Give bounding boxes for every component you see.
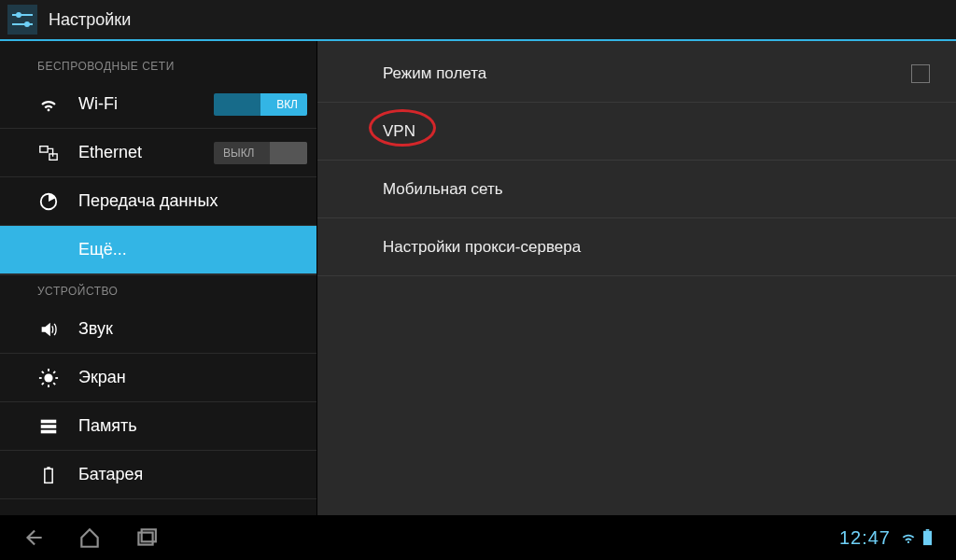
svg-rect-24 [923, 531, 932, 545]
storage-icon [37, 415, 60, 438]
app-root: Настройки БЕСПРОВОДНЫЕ СЕТИ Wi-Fi ВКЛ Et… [0, 0, 956, 560]
display-icon [37, 367, 60, 389]
nav-buttons [7, 523, 161, 553]
sidebar-item-label: Звук [78, 319, 307, 339]
recents-button[interactable] [131, 523, 161, 553]
content-item-label: VPN [383, 122, 415, 141]
svg-point-8 [44, 373, 52, 382]
svg-rect-17 [41, 419, 57, 423]
wifi-status-icon [900, 529, 917, 546]
status-clock: 12:47 [839, 527, 891, 549]
svg-rect-5 [40, 146, 48, 151]
settings-app-icon [7, 5, 37, 35]
content-item-mobile-network[interactable]: Мобильная сеть [317, 161, 956, 218]
svg-rect-18 [41, 425, 57, 428]
sidebar-item-storage[interactable]: Память [0, 402, 316, 451]
sidebar-item-data-usage[interactable]: Передача данных [0, 177, 316, 226]
system-nav-bar: 12:47 [0, 515, 956, 560]
content-item-label: Режим полета [383, 64, 486, 83]
svg-line-14 [53, 383, 55, 385]
svg-line-16 [53, 371, 55, 372]
sidebar-item-label: Ethernet [78, 143, 214, 162]
sidebar-item-label: Передача данных [78, 191, 307, 211]
sidebar: БЕСПРОВОДНЫЕ СЕТИ Wi-Fi ВКЛ Ethernet ВЫК… [0, 41, 317, 515]
action-bar: Настройки [0, 0, 956, 41]
svg-rect-19 [41, 429, 57, 433]
ethernet-toggle[interactable]: ВЫКЛ [214, 142, 307, 164]
content-item-label: Настройки прокси-сервера [383, 238, 581, 257]
content-item-airplane[interactable]: Режим полета [317, 45, 956, 103]
action-bar-title: Настройки [49, 10, 131, 30]
sidebar-item-ethernet[interactable]: Ethernet ВЫКЛ [0, 129, 316, 177]
content-item-label: Мобильная сеть [383, 180, 503, 199]
toggle-text: ВКЛ [276, 98, 298, 111]
svg-rect-25 [926, 529, 930, 531]
battery-status-icon [922, 529, 939, 546]
sidebar-item-wifi[interactable]: Wi-Fi ВКЛ [0, 80, 316, 129]
svg-line-13 [42, 371, 44, 372]
sidebar-item-label: Память [78, 416, 307, 436]
wifi-icon [37, 93, 60, 116]
body: БЕСПРОВОДНЫЕ СЕТИ Wi-Fi ВКЛ Ethernet ВЫК… [0, 41, 956, 515]
sidebar-item-sound[interactable]: Звук [0, 305, 316, 354]
svg-point-3 [16, 12, 21, 18]
status-area[interactable]: 12:47 [839, 527, 949, 549]
sidebar-item-label: Ещё... [78, 240, 307, 259]
content-panel: Режим полета VPN Мобильная сеть Настройк… [317, 41, 956, 515]
svg-rect-0 [7, 5, 37, 35]
sidebar-item-label: Экран [78, 368, 307, 387]
battery-icon [37, 464, 60, 486]
home-button[interactable] [75, 523, 105, 553]
svg-point-4 [24, 21, 30, 27]
wifi-toggle[interactable]: ВКЛ [214, 93, 307, 116]
svg-rect-20 [45, 469, 52, 483]
content-item-vpn[interactable]: VPN [317, 103, 956, 161]
data-usage-icon [37, 190, 60, 213]
content-item-proxy[interactable]: Настройки прокси-сервера [317, 218, 956, 276]
svg-line-15 [42, 383, 44, 385]
sidebar-item-label: Батарея [78, 465, 307, 484]
back-button[interactable] [19, 523, 49, 553]
sidebar-section-header-wireless: БЕСПРОВОДНЫЕ СЕТИ [0, 50, 316, 80]
svg-rect-21 [47, 467, 49, 469]
toggle-text: ВЫКЛ [223, 147, 255, 160]
sidebar-item-battery[interactable]: Батарея [0, 451, 316, 499]
ethernet-icon [37, 142, 60, 164]
sound-icon [37, 318, 60, 341]
blank-icon [37, 239, 60, 261]
sidebar-item-more[interactable]: Ещё... [0, 226, 316, 274]
sidebar-item-display[interactable]: Экран [0, 354, 316, 402]
sidebar-item-label: Wi-Fi [78, 94, 214, 114]
airplane-checkbox[interactable] [911, 64, 930, 83]
sidebar-section-header-device: УСТРОЙСТВО [0, 274, 316, 305]
